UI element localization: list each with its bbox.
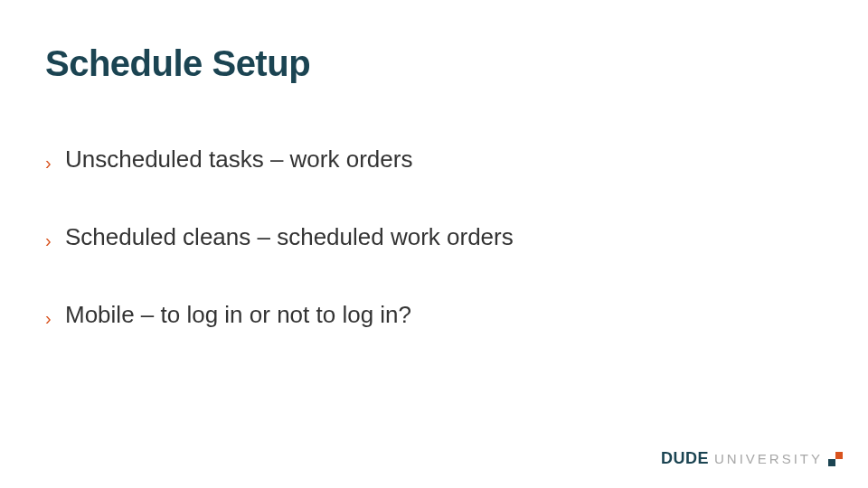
list-item: › Unscheduled tasks – work orders [45, 145, 787, 175]
bullet-text: Mobile – to log in or not to log in? [65, 300, 411, 331]
list-item: › Mobile – to log in or not to log in? [45, 300, 787, 331]
logo-brand-light: UNIVERSITY [714, 451, 823, 466]
list-item: › Scheduled cleans – scheduled work orde… [45, 222, 787, 253]
svg-rect-1 [828, 459, 835, 466]
logo-brand-bold: DUDE [661, 449, 709, 468]
bullet-text: Scheduled cleans – scheduled work orders [65, 222, 514, 253]
logo-mark-icon [828, 452, 843, 466]
slide: Schedule Setup › Unscheduled tasks – wor… [0, 0, 868, 488]
bullet-text: Unscheduled tasks – work orders [65, 145, 412, 175]
chevron-right-icon: › [45, 231, 65, 249]
bullet-list: › Unscheduled tasks – work orders › Sche… [45, 145, 787, 377]
svg-rect-0 [835, 452, 843, 459]
footer-logo: DUDE UNIVERSITY [661, 449, 843, 468]
slide-title: Schedule Setup [45, 43, 310, 84]
chevron-right-icon: › [45, 309, 65, 327]
chevron-right-icon: › [45, 154, 65, 172]
